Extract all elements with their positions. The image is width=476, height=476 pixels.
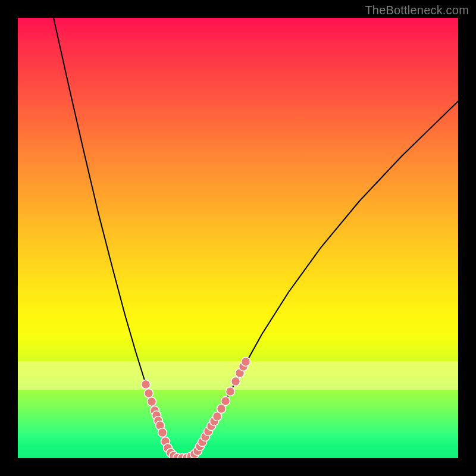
- plot-area: [18, 18, 458, 458]
- gradient-background: [18, 18, 458, 458]
- highlight-band-fill: [18, 361, 458, 390]
- watermark-text: TheBottleneck.com: [365, 4, 469, 17]
- chart-frame: TheBottleneck.com: [0, 0, 476, 476]
